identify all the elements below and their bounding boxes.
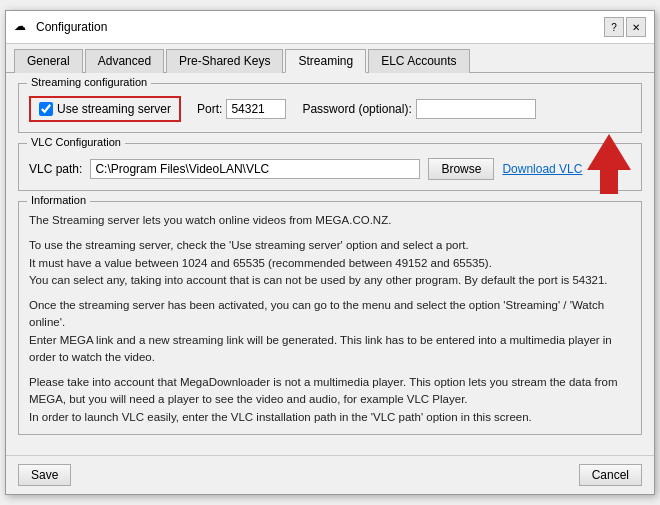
vlc-path-label: VLC path: xyxy=(29,162,82,176)
use-streaming-text: Use streaming server xyxy=(57,102,171,116)
use-streaming-checkbox[interactable] xyxy=(39,102,53,116)
port-group: Port: xyxy=(197,99,286,119)
information-text: The Streaming server lets you watch onli… xyxy=(29,212,631,426)
tab-general[interactable]: General xyxy=(14,49,83,73)
password-input[interactable] xyxy=(416,99,536,119)
information-title: Information xyxy=(27,194,90,206)
save-button[interactable]: Save xyxy=(18,464,71,486)
title-bar-left: ☁ Configuration xyxy=(14,19,107,35)
info-para-1: The Streaming server lets you watch onli… xyxy=(29,212,631,229)
vlc-row: VLC path: Browse Download VLC xyxy=(29,158,631,180)
tab-bar: General Advanced Pre-Shared Keys Streami… xyxy=(6,44,654,73)
password-group: Password (optional): xyxy=(302,99,535,119)
vlc-path-input[interactable] xyxy=(90,159,420,179)
close-button[interactable]: ✕ xyxy=(626,17,646,37)
app-icon: ☁ xyxy=(14,19,30,35)
arrow-head xyxy=(587,134,631,170)
info-para-3: Once the streaming server has been activ… xyxy=(29,297,631,366)
browse-button[interactable]: Browse xyxy=(428,158,494,180)
title-bar: ☁ Configuration ? ✕ xyxy=(6,11,654,44)
arrow-stem xyxy=(600,170,618,194)
title-bar-buttons: ? ✕ xyxy=(604,17,646,37)
content-area: Streaming configuration Use streaming se… xyxy=(6,73,654,455)
tab-pre-shared-keys[interactable]: Pre-Shared Keys xyxy=(166,49,283,73)
info-para-2: To use the streaming server, check the '… xyxy=(29,237,631,289)
tab-streaming[interactable]: Streaming xyxy=(285,49,366,73)
use-streaming-label[interactable]: Use streaming server xyxy=(29,96,181,122)
vlc-group: VLC Configuration VLC path: Browse Downl… xyxy=(18,143,642,191)
vlc-group-title: VLC Configuration xyxy=(27,136,125,148)
configuration-window: ☁ Configuration ? ✕ General Advanced Pre… xyxy=(5,10,655,495)
cancel-button[interactable]: Cancel xyxy=(579,464,642,486)
information-group: Information The Streaming server lets yo… xyxy=(18,201,642,435)
bottom-bar: Save Cancel xyxy=(6,455,654,494)
tab-advanced[interactable]: Advanced xyxy=(85,49,164,73)
port-label: Port: xyxy=(197,102,222,116)
streaming-group: Streaming configuration Use streaming se… xyxy=(18,83,642,133)
password-label: Password (optional): xyxy=(302,102,411,116)
info-para-4: Please take into account that MegaDownlo… xyxy=(29,374,631,426)
download-vlc-link[interactable]: Download VLC xyxy=(502,162,582,176)
port-input[interactable] xyxy=(226,99,286,119)
help-button[interactable]: ? xyxy=(604,17,624,37)
arrow-indicator xyxy=(587,134,631,194)
tab-elc-accounts[interactable]: ELC Accounts xyxy=(368,49,469,73)
window-title: Configuration xyxy=(36,20,107,34)
streaming-row: Use streaming server Port: Password (opt… xyxy=(29,96,631,122)
streaming-group-title: Streaming configuration xyxy=(27,76,151,88)
